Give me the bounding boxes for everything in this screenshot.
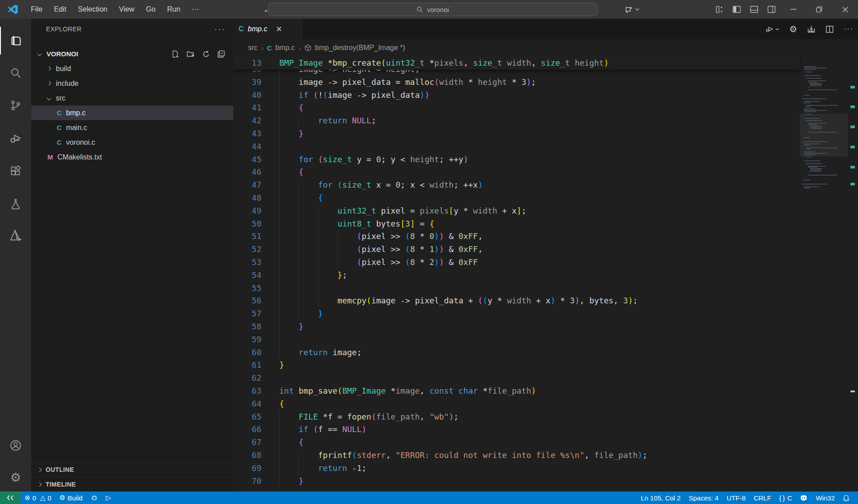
toggle-panel-icon[interactable]: [750, 5, 758, 13]
code-line-63: 63int bmp_save(BMP_Image *image, const c…: [233, 385, 800, 398]
timeline-section[interactable]: TIMELINE: [31, 477, 233, 491]
code-line-52: 52 (pixel >> (8 * 1)) & 0xFF,: [233, 243, 800, 256]
toggle-secondary-sidebar-icon[interactable]: [767, 5, 776, 13]
restore-button[interactable]: [806, 0, 832, 19]
tab-bmp-c[interactable]: C bmp.c ✕: [233, 19, 303, 39]
notifications-bell[interactable]: [839, 491, 854, 504]
code-line-46: 46 {: [233, 166, 800, 179]
toggle-sidebar-icon[interactable]: [732, 5, 741, 13]
search-value: voronoi: [427, 6, 449, 13]
encoding-setting[interactable]: UTF-8: [723, 491, 750, 504]
minimap[interactable]: [800, 56, 848, 491]
editor-more-actions-icon[interactable]: ···: [844, 25, 854, 33]
error-icon: ⊗: [25, 494, 30, 502]
accounts-icon[interactable]: [0, 432, 31, 459]
warning-count: 0: [47, 494, 51, 502]
activity-search-icon[interactable]: [0, 59, 31, 87]
tree-item-bmp.c[interactable]: Cbmp.c: [31, 105, 233, 120]
chevron-right-icon: [47, 67, 51, 71]
line-number: 65: [233, 411, 261, 424]
menu-overflow-icon[interactable]: ···: [186, 5, 205, 13]
copilot-button[interactable]: [625, 5, 639, 14]
menu-file[interactable]: File: [25, 5, 48, 13]
copilot-status[interactable]: [796, 491, 812, 504]
ruler-decoration-mark: [850, 146, 855, 148]
activity-cmake-icon[interactable]: [0, 222, 31, 249]
language-mode[interactable]: { } C: [775, 491, 796, 504]
tree-item-include[interactable]: include: [31, 76, 233, 91]
activity-bar: ⚙: [0, 19, 31, 491]
sticky-scroll-line[interactable]: 13 BMP_Image *bmp_create(uint32_t *pixel…: [233, 56, 800, 70]
code-line-66: 66 if (f == NULL): [233, 423, 800, 436]
customize-layout-icon[interactable]: [715, 5, 723, 13]
tree-item-voronoi.c[interactable]: Cvoronoi.c: [31, 135, 233, 150]
cmake-debug-button[interactable]: [87, 491, 102, 504]
install-run-icon[interactable]: [807, 25, 816, 34]
code-line-47: 47 for (size_t x = 0; x < width; ++x): [233, 179, 800, 192]
activity-testing-icon[interactable]: [0, 190, 31, 218]
tree-item-CMakelists.txt[interactable]: MCMakelists.txt: [31, 150, 233, 164]
symbol-method-icon: [304, 44, 311, 51]
menu-go[interactable]: Go: [140, 5, 161, 13]
platform-indicator[interactable]: Win32: [812, 491, 839, 504]
copilot-icon: [800, 495, 808, 501]
tree-item-build[interactable]: build: [31, 61, 233, 76]
menu-bar: FileEditSelectionViewGoRun: [25, 0, 186, 19]
code-area[interactable]: 38 image -> height = height;39 image -> …: [233, 56, 858, 491]
collapse-all-icon[interactable]: [217, 50, 225, 58]
breadcrumb-file[interactable]: bmp.c: [275, 44, 295, 52]
problems-indicator[interactable]: ⊗ 0 △ 0: [21, 491, 55, 504]
editor-settings-gear-icon[interactable]: ⚙: [789, 24, 797, 34]
breadcrumb-symbol[interactable]: bmp_destroy(BMP_Image *): [315, 44, 405, 52]
tree-item-src[interactable]: src: [31, 91, 233, 105]
overview-ruler[interactable]: [848, 56, 858, 491]
remote-indicator[interactable]: [0, 491, 21, 504]
file-type-icon: M: [47, 153, 53, 161]
cmake-build-button[interactable]: ⚙ Build: [55, 491, 87, 504]
line-number: 55: [233, 282, 261, 295]
activity-run-debug-icon[interactable]: [0, 124, 31, 152]
menu-run[interactable]: Run: [161, 5, 186, 13]
tree-item-label: build: [56, 65, 71, 73]
settings-gear-icon[interactable]: ⚙: [0, 464, 31, 491]
explorer-header-title: EXPLORER: [46, 25, 81, 33]
launch-target-button[interactable]: ▷: [102, 491, 115, 504]
activity-extensions-icon[interactable]: [0, 157, 31, 185]
ruler-decoration-mark: [850, 166, 855, 168]
indentation-setting[interactable]: Spaces: 4: [685, 491, 723, 504]
chevron-right-icon: [47, 81, 51, 86]
new-file-icon[interactable]: [171, 50, 179, 58]
refresh-icon[interactable]: [202, 50, 210, 58]
explorer-more-actions-icon[interactable]: ···: [214, 25, 225, 34]
minimize-button[interactable]: [780, 0, 806, 19]
run-c-file-button[interactable]: [765, 25, 779, 34]
line-number: 49: [233, 205, 261, 218]
breadcrumb-src[interactable]: src: [248, 44, 257, 52]
code-line-55: 55: [233, 282, 800, 295]
file-type-icon: C: [57, 139, 62, 146]
tree-root-voronoi[interactable]: VORONOI: [31, 46, 233, 61]
activity-source-control-icon[interactable]: [0, 92, 31, 119]
split-editor-icon[interactable]: [825, 25, 834, 34]
line-number: 48: [233, 192, 261, 205]
line-number: 66: [233, 423, 261, 436]
line-number: 67: [233, 436, 261, 449]
new-folder-icon[interactable]: [186, 50, 195, 58]
code-line-69: 69 return -1;: [233, 462, 800, 475]
tree-item-main.c[interactable]: Cmain.c: [31, 120, 233, 135]
cursor-position[interactable]: Ln 105, Col 2: [637, 491, 685, 504]
outline-section[interactable]: OUTLINE: [31, 462, 233, 477]
menu-view[interactable]: View: [113, 5, 140, 13]
command-center-search[interactable]: voronoi: [268, 3, 597, 16]
code-line-58: 58 }: [233, 320, 800, 333]
timeline-label: TIMELINE: [46, 481, 76, 488]
tab-close-icon[interactable]: ✕: [276, 25, 282, 34]
vscode-window: { "colors": { "accent": "#007ACC", "remo…: [0, 0, 858, 504]
eol-setting[interactable]: CRLF: [749, 491, 775, 504]
menu-edit[interactable]: Edit: [48, 5, 72, 13]
status-bar: ⊗ 0 △ 0 ⚙ Build ▷ Ln 105, Col 2 Spaces: …: [0, 491, 858, 504]
activity-explorer-icon[interactable]: [0, 27, 31, 55]
search-icon: [416, 6, 423, 13]
close-button[interactable]: [832, 0, 858, 19]
menu-selection[interactable]: Selection: [72, 5, 113, 13]
